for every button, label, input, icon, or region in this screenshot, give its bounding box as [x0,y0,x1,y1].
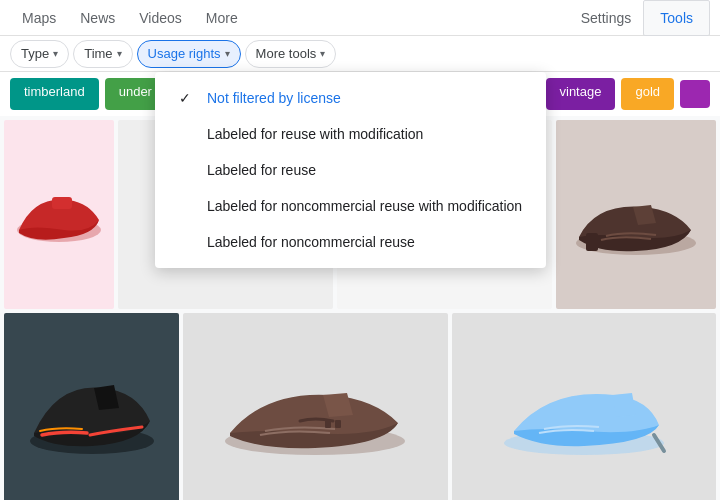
time-filter-label: Time [84,46,112,61]
nav-news[interactable]: News [68,0,127,36]
dropdown-item-labeled-noncomm-mod[interactable]: Labeled for noncommercial reuse with mod… [155,188,546,224]
usage-rights-chevron-icon: ▾ [225,48,230,59]
dropdown-item-not-filtered[interactable]: ✓ Not filtered by license [155,80,546,116]
check-icon: ✓ [179,90,195,106]
image-red-flat[interactable] [4,120,114,309]
dropdown-item-label: Not filtered by license [207,90,341,106]
time-chevron-icon: ▾ [117,48,122,59]
dropdown-item-label: Labeled for reuse with modification [207,126,423,142]
svg-rect-10 [325,420,331,428]
images-row-2 [4,313,716,500]
usage-rights-filter[interactable]: Usage rights ▾ [137,40,241,68]
more-tools-filter[interactable]: More tools ▾ [245,40,337,68]
type-filter-label: Type [21,46,49,61]
dropdown-item-labeled-noncomm[interactable]: Labeled for noncommercial reuse [155,224,546,260]
more-tools-chevron-icon: ▾ [320,48,325,59]
shoe-image [452,313,717,500]
tag-vintage[interactable]: vintage [546,78,616,110]
tag-timberland[interactable]: timberland [10,78,99,110]
more-tools-filter-label: More tools [256,46,317,61]
shoe-image [556,120,716,309]
image-jordan-black[interactable] [4,313,179,500]
tools-button[interactable]: Tools [643,0,710,36]
shoe-image [4,120,114,309]
usage-rights-dropdown: ✓ Not filtered by license Labeled for re… [155,72,546,268]
nav-more[interactable]: More [194,0,250,36]
svg-rect-1 [52,197,72,209]
dropdown-item-labeled-reuse[interactable]: Labeled for reuse [155,152,546,188]
nav-maps[interactable]: Maps [10,0,68,36]
image-brown-oxford[interactable] [556,120,716,309]
time-filter[interactable]: Time ▾ [73,40,132,68]
dropdown-item-labeled-reuse-mod[interactable]: Labeled for reuse with modification [155,116,546,152]
tag-gold[interactable]: gold [621,78,674,110]
shoe-image [4,313,179,500]
image-blue-heel[interactable] [452,313,717,500]
image-brown-loafer[interactable] [183,313,448,500]
type-chevron-icon: ▾ [53,48,58,59]
dropdown-item-label: Labeled for noncommercial reuse [207,234,415,250]
type-filter[interactable]: Type ▾ [10,40,69,68]
svg-rect-6 [586,233,598,251]
dropdown-item-label: Labeled for noncommercial reuse with mod… [207,198,522,214]
shoe-image [183,313,448,500]
nav-videos[interactable]: Videos [127,0,194,36]
dropdown-item-label: Labeled for reuse [207,162,316,178]
top-nav: Maps News Videos More Settings Tools [0,0,720,36]
settings-link[interactable]: Settings [569,0,644,36]
svg-rect-9 [335,420,341,428]
usage-rights-filter-label: Usage rights [148,46,221,61]
filter-bar: Type ▾ Time ▾ Usage rights ▾ More tools … [0,36,720,72]
